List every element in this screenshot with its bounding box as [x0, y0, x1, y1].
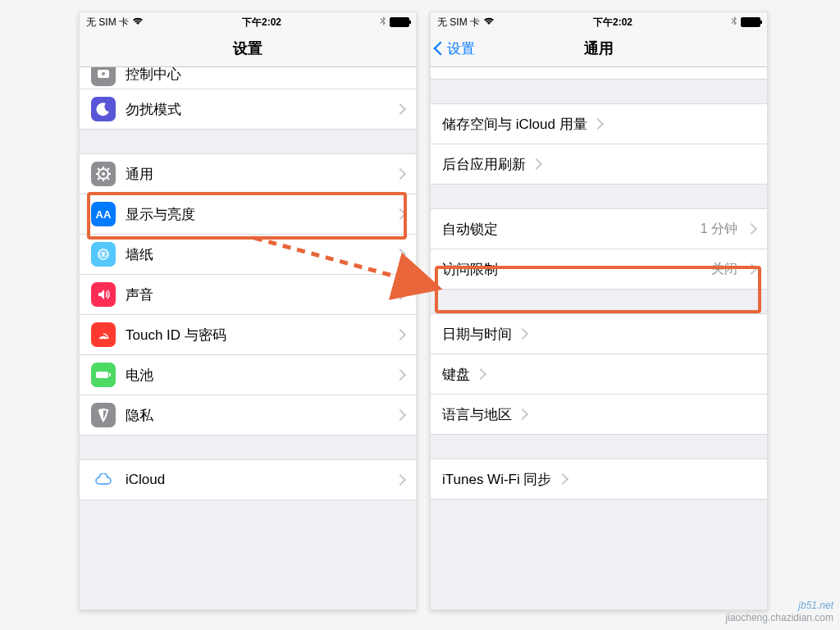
list-item-value: 关闭 [711, 261, 741, 278]
display-icon: AA [91, 202, 116, 226]
general-list[interactable]: 储存空间与 iCloud 用量后台应用刷新自动锁定1 分钟访问限制关闭日期与时间… [431, 67, 767, 500]
bluetooth-icon [731, 16, 737, 29]
chevron-right-icon [556, 473, 568, 485]
list-item-label: 通用 [126, 165, 153, 184]
status-bar: 无 SIM 卡 下午2:02 [431, 12, 767, 30]
carrier-text: 无 SIM 卡 [86, 16, 129, 30]
list-item[interactable]: 通用 [80, 153, 416, 194]
svg-line-11 [98, 178, 99, 180]
list-item-label: 隐私 [126, 406, 153, 425]
chevron-left-icon [434, 42, 448, 56]
chevron-right-icon [746, 223, 757, 235]
list-item[interactable]: 语言与地区 [431, 394, 767, 435]
page-title: 通用 [584, 39, 614, 58]
nav-bar: 设置 通用 [431, 30, 767, 67]
wallpaper-icon [91, 242, 116, 267]
chevron-right-icon [517, 409, 528, 420]
list-item[interactable]: 日期与时间 [431, 313, 767, 354]
touchid-icon [91, 322, 116, 347]
list-item[interactable]: 隐私 [80, 395, 416, 436]
list-item[interactable] [431, 67, 767, 80]
battery-icon [741, 17, 760, 27]
list-item-label: 电池 [126, 366, 153, 385]
chevron-right-icon [592, 118, 604, 130]
list-item-label: 自动锁定 [442, 220, 498, 239]
list-item-label: iTunes Wi-Fi 同步 [442, 470, 552, 489]
svg-rect-15 [109, 373, 111, 377]
svg-line-10 [107, 168, 109, 170]
status-time: 下午2:02 [593, 16, 632, 30]
left-phone: 无 SIM 卡 下午2:02 设置 控制中心 勿扰模式 通用AA显示与亮度墙纸声… [79, 11, 417, 610]
list-item-label: 声音 [126, 285, 153, 304]
chevron-right-icon [395, 474, 406, 486]
list-item[interactable]: 声音 [80, 274, 416, 315]
chevron-right-icon [395, 369, 406, 381]
list-item[interactable]: 后台应用刷新 [431, 144, 767, 185]
wifi-icon [132, 16, 144, 28]
list-item-label: 勿扰模式 [126, 100, 181, 119]
right-phone: 无 SIM 卡 下午2:02 设置 通用 储存空间与 iCloud 用量后台应用… [430, 11, 768, 610]
list-item-label: 日期与时间 [442, 325, 512, 344]
list-item-label: iCloud [126, 472, 165, 488]
sound-icon [91, 282, 116, 307]
chevron-right-icon [395, 249, 406, 260]
list-item-label: 储存空间与 iCloud 用量 [442, 115, 587, 134]
chevron-right-icon [395, 168, 406, 180]
chevron-right-icon [475, 368, 486, 380]
list-item[interactable]: 墙纸 [80, 234, 416, 275]
chevron-right-icon [395, 208, 406, 220]
icloud-icon [91, 468, 116, 492]
chevron-right-icon [395, 409, 406, 421]
svg-point-13 [102, 253, 105, 256]
list-item[interactable]: 储存空间与 iCloud 用量 [431, 103, 767, 144]
chevron-right-icon [395, 289, 406, 300]
watermark: jb51.net jiaocheng.chazidian.com [726, 600, 833, 625]
status-bar: 无 SIM 卡 下午2:02 [80, 12, 416, 30]
list-item-label: Touch ID 与密码 [126, 326, 226, 345]
privacy-icon [91, 403, 116, 427]
wifi-icon [483, 16, 495, 28]
svg-point-1 [102, 72, 105, 75]
list-item[interactable]: 电池 [80, 354, 416, 395]
svg-line-9 [107, 178, 109, 180]
battery-icon [91, 363, 116, 387]
svg-rect-14 [96, 372, 108, 378]
do-not-disturb-icon [91, 97, 116, 121]
chevron-right-icon [746, 263, 757, 275]
list-item-label: 访问限制 [442, 260, 498, 279]
list-item-label: 显示与亮度 [126, 205, 195, 224]
chevron-right-icon [395, 103, 406, 115]
list-item[interactable]: iTunes Wi-Fi 同步 [431, 459, 767, 500]
list-item-label: 键盘 [442, 365, 470, 384]
watermark-line1: jb51.net [726, 600, 833, 613]
list-item[interactable]: 访问限制关闭 [431, 249, 767, 290]
back-button[interactable]: 设置 [436, 30, 475, 66]
list-item[interactable]: 键盘 [431, 354, 767, 395]
list-item[interactable]: Touch ID 与密码 [80, 314, 416, 355]
svg-point-3 [102, 172, 105, 176]
chevron-right-icon [531, 158, 542, 170]
carrier-text: 无 SIM 卡 [437, 16, 480, 30]
watermark-line2: jiaocheng.chazidian.com [726, 612, 833, 625]
list-item[interactable]: 自动锁定1 分钟 [431, 208, 767, 249]
list-item-label: 墙纸 [126, 245, 153, 264]
svg-line-8 [98, 168, 99, 170]
list-item[interactable]: iCloud [80, 459, 416, 500]
list-item-value: 1 分钟 [701, 221, 741, 238]
nav-bar: 设置 [80, 30, 416, 67]
general-icon [91, 162, 116, 186]
battery-icon [390, 17, 409, 27]
status-time: 下午2:02 [242, 16, 281, 30]
chevron-right-icon [395, 329, 406, 340]
back-label: 设置 [447, 39, 475, 58]
settings-list[interactable]: 控制中心 勿扰模式 通用AA显示与亮度墙纸声音Touch ID 与密码电池隐私 … [80, 67, 416, 500]
chevron-right-icon [517, 328, 528, 340]
list-item-label: 语言与地区 [442, 405, 512, 424]
bluetooth-icon [380, 16, 386, 29]
list-item[interactable]: 控制中心 [80, 67, 416, 89]
page-title: 设置 [233, 39, 262, 58]
list-item-label: 后台应用刷新 [442, 155, 526, 174]
list-item[interactable]: AA显示与亮度 [80, 194, 416, 235]
list-item[interactable]: 勿扰模式 [80, 89, 416, 130]
